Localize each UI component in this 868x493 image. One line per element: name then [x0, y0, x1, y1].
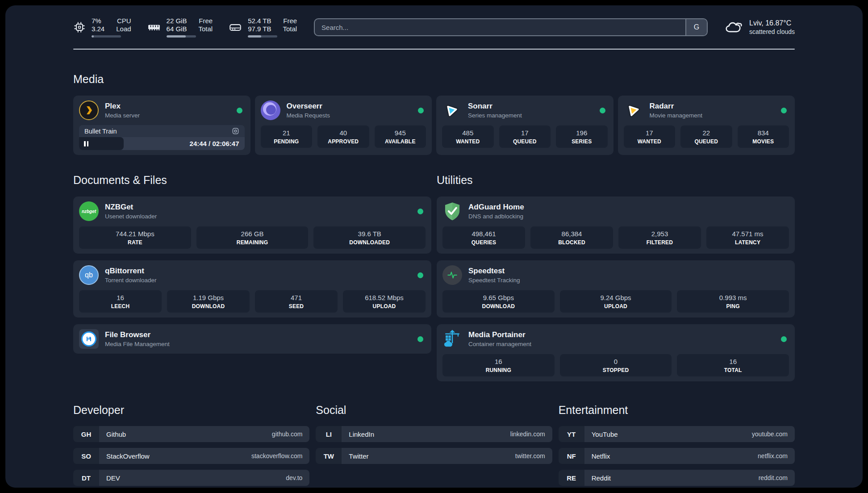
stream-title: Bullet Train — [84, 128, 117, 135]
stat-label: TOTAL — [679, 367, 787, 373]
app-subtitle: Series management — [468, 112, 593, 119]
stat-value: 485 — [444, 129, 492, 137]
stat-label: RATE — [81, 239, 189, 246]
stat-label: PENDING — [263, 138, 311, 145]
bookmark-url: linkedin.com — [510, 430, 545, 438]
stat-label: SEED — [257, 303, 336, 309]
section-title-developer: Developer — [73, 404, 309, 417]
bookmark-dev[interactable]: DT DEV dev.to — [73, 470, 309, 486]
stat-label: DOWNLOAD — [444, 303, 553, 309]
stat-value: 39.6 TB — [315, 230, 424, 238]
stat-value: 16 — [679, 358, 787, 365]
stat-label: QUEUED — [682, 138, 730, 145]
bookmark-name: Reddit — [592, 474, 611, 482]
qbittorrent-card[interactable]: qb qBittorrent Torrent downloader 16 LEE… — [73, 260, 431, 318]
stream-progress-bar[interactable]: 24:44 / 02:06:47 — [79, 137, 245, 150]
stat-label: DOWNLOADED — [315, 239, 424, 246]
status-dot — [417, 336, 423, 342]
stat-label: SERIES — [558, 138, 606, 145]
bookmark-linkedin[interactable]: LI LinkedIn linkedin.com — [316, 426, 552, 442]
plex-icon — [79, 100, 99, 120]
stat-tile: 618.52 Mbps UPLOAD — [343, 290, 426, 313]
section-title-social: Social — [316, 404, 552, 417]
stat-tile: 40 APPROVED — [317, 125, 369, 148]
app-name: NZBGet — [105, 203, 411, 212]
bookmark-abbr: LI — [316, 426, 342, 442]
stream-settings-icon[interactable] — [232, 127, 239, 135]
stat-value: 618.52 Mbps — [345, 294, 424, 301]
bookmark-abbr: DT — [73, 470, 99, 486]
overseerr-card[interactable]: Overseerr Media Requests 21 PENDING 40 A… — [255, 96, 432, 155]
status-dot — [417, 209, 423, 214]
radarr-icon — [624, 100, 643, 120]
radarr-card[interactable]: Radarr Movie management 17 WANTED 22 QUE… — [618, 96, 795, 155]
app-name: Media Portainer — [468, 330, 775, 339]
bookmark-name: Netflix — [592, 452, 610, 460]
stat-value: 471 — [257, 294, 336, 301]
bookmark-netflix[interactable]: NF Netflix netflix.com — [559, 448, 795, 464]
portainer-icon — [442, 329, 462, 349]
stat-tile: 9.65 Gbps DOWNLOAD — [442, 290, 555, 313]
pause-button[interactable] — [79, 137, 124, 150]
ram-stat: 22 GiB Free 64 GiB Total — [147, 17, 213, 38]
search-input[interactable] — [315, 19, 685, 35]
stat-label: REMAINING — [198, 239, 307, 246]
stat-value: 498,461 — [444, 230, 523, 238]
app-subtitle: Media File Management — [105, 341, 411, 347]
bookmark-twitter[interactable]: TW Twitter twitter.com — [316, 448, 552, 464]
app-name: File Browser — [105, 330, 411, 339]
section-title-entertainment: Entertainment — [559, 404, 795, 417]
media-card-row: Plex Media server Bullet Train 24:44 / 0… — [73, 96, 795, 155]
bookmark-stackoverflow[interactable]: SO StackOverflow stackoverflow.com — [73, 448, 309, 464]
speedtest-card[interactable]: Speedtest Speedtest Tracking 9.65 Gbps D… — [437, 260, 795, 318]
sonarr-card[interactable]: Sonarr Series management 485 WANTED 17 Q… — [436, 96, 613, 155]
bookmark-reddit[interactable]: RE Reddit reddit.com — [559, 470, 795, 486]
app-name: Overseerr — [287, 102, 412, 111]
stat-label: BLOCKED — [532, 239, 611, 246]
weather-location-temp: Lviv, 16.87°C — [749, 19, 795, 27]
stat-label: STOPPED — [562, 367, 670, 373]
nzbget-icon: nzbget — [79, 201, 99, 221]
portainer-card[interactable]: Media Portainer Container management 16 … — [437, 324, 795, 381]
qbittorrent-icon: qb — [79, 265, 99, 285]
weather-widget: Lviv, 16.87°C scattered clouds — [725, 19, 795, 35]
plex-card[interactable]: Plex Media server Bullet Train 24:44 / 0… — [73, 96, 250, 155]
stat-tile: 1.19 Gbps DOWNLOAD — [167, 290, 250, 313]
stat-label: QUERIES — [444, 239, 523, 246]
stat-value: 47.571 ms — [708, 230, 787, 238]
app-name: Radarr — [650, 102, 775, 111]
stat-tile: 266 GB REMAINING — [196, 226, 309, 249]
bookmark-name: YouTube — [592, 430, 618, 438]
stat-label: UPLOAD — [345, 303, 424, 309]
ram-progress-bar — [167, 35, 196, 38]
bookmark-youtube[interactable]: YT YouTube youtube.com — [559, 426, 795, 442]
stat-label: RUNNING — [444, 367, 553, 373]
stat-tile: 471 SEED — [255, 290, 338, 313]
bookmark-url: stackoverflow.com — [251, 452, 302, 460]
adguard-card[interactable]: AdGuard Home DNS and adblocking 498,461 … — [437, 196, 795, 254]
bookmark-abbr: YT — [559, 426, 584, 442]
bookmark-github[interactable]: GH Github github.com — [73, 426, 309, 442]
bookmark-url: dev.to — [286, 474, 302, 481]
stat-value: 1.19 Gbps — [169, 294, 248, 301]
filebrowser-card[interactable]: File Browser Media File Management — [73, 324, 431, 354]
stat-tile: 834 MOVIES — [738, 125, 789, 148]
search-engine-button[interactable]: G — [685, 19, 707, 35]
stat-label: DOWNLOAD — [169, 303, 248, 309]
stat-label: UPLOAD — [562, 303, 670, 309]
app-subtitle: DNS and adblocking — [468, 213, 789, 220]
ram-icon — [147, 21, 161, 33]
stat-value: 2,953 — [620, 230, 699, 238]
status-dot — [781, 336, 787, 342]
section-title-documents: Documents & Files — [73, 174, 431, 187]
filebrowser-icon — [79, 329, 99, 349]
nzbget-card[interactable]: nzbget NZBGet Usenet downloader 744.21 M… — [73, 196, 431, 254]
bookmark-url: netflix.com — [758, 452, 788, 460]
stat-value: 16 — [81, 294, 160, 301]
system-stats: 7% CPU 3.24 Load — [73, 17, 297, 38]
stat-value: 17 — [501, 129, 549, 137]
bookmark-group-developer: Developer GH Github github.com SO StackO… — [73, 404, 309, 488]
stat-tile: 17 WANTED — [624, 125, 676, 148]
cpu-usage-label: CPU — [116, 17, 131, 25]
stat-tile: 17 QUEUED — [499, 125, 551, 148]
